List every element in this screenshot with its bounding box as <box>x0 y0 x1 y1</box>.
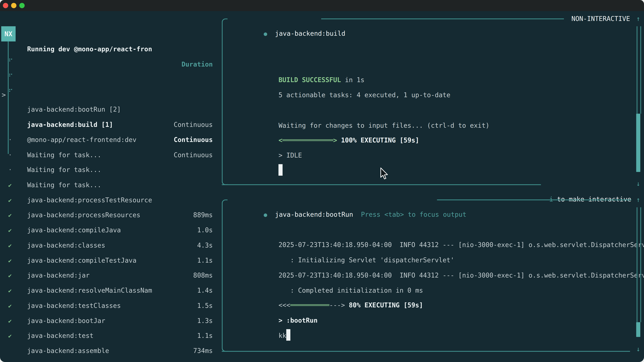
task-status-icon: ⠋ <box>8 69 13 84</box>
sidebar-header: Running dev @mono-app/react-fron Duratio… <box>0 27 222 42</box>
task-row[interactable]: ✔ java-backend:bootJar 1.1s <box>0 283 222 298</box>
focus-output-hint: Press <tab> to focus output <box>361 211 466 219</box>
window-titlebar[interactable] <box>0 0 644 11</box>
bootrun-scrollbar-thumb[interactable] <box>636 322 640 337</box>
task-row[interactable]: ✔ java-backend:jar 1.4s <box>0 238 222 253</box>
sidebar-footer: ← 1/2 → quit: q help: ? <box>0 344 222 359</box>
task-row[interactable]: ✔ java-backend:assemble 774ms <box>0 313 222 329</box>
check-icon: ✔ <box>8 329 12 344</box>
task-row[interactable]: > ⠋ java-backend:build [1] Continuous <box>0 72 222 87</box>
task-duration: Continuous <box>174 148 213 163</box>
text-segment: 5 actionable tasks: 4 executed, 1 up-to-… <box>278 91 450 99</box>
terminal-body: NX Running dev @mono-app/react-fron Dura… <box>0 11 644 362</box>
build-scrollbar-track[interactable] <box>636 26 641 114</box>
bootrun-pane-border <box>222 199 228 352</box>
task-row[interactable]: ⠋ java-backend:bootRun [2] Continuous <box>0 57 222 72</box>
terminal-line: : Completed initialization in 0 ms <box>232 268 423 283</box>
build-scrollbar-thumb[interactable] <box>636 114 640 172</box>
task-row[interactable]: ✔ java-backend:resolveMainClassNam 1.5s <box>0 253 222 268</box>
text-segment: 100% EXECUTING [59s] <box>337 136 419 144</box>
terminal-line: 2025-07-23T13:40:18.950-04:00 INFO 44312… <box>232 253 644 268</box>
task-row[interactable]: ✔ java-backend:compileTestJava 808ms <box>0 223 222 238</box>
build-pane-badge: NON-INTERACTIVE <box>572 11 630 26</box>
task-row[interactable]: ✔ java-backend:testClasses 1.3s <box>0 268 222 283</box>
task-row[interactable]: · Waiting for task... <box>0 117 222 133</box>
terminal-line <box>232 88 278 103</box>
build-pane-title: java-backend:build <box>275 30 345 37</box>
task-row[interactable]: · Waiting for task... <box>0 102 222 117</box>
mouse-cursor-icon <box>380 167 388 180</box>
pane-bullet-icon: ● <box>264 30 267 37</box>
scroll-down-icon[interactable]: ↓ <box>634 342 643 357</box>
task-row[interactable]: ✔ java-backend:processTestResource 889ms <box>0 163 222 178</box>
terminal-line: : Initializing Servlet 'dispatcherServle… <box>232 238 454 253</box>
terminal-line: kk <box>232 313 290 328</box>
terminal-line: > :bootRun <box>232 298 318 313</box>
task-row[interactable]: ✔ java-backend:classes 1.1s <box>0 208 222 223</box>
scroll-up-icon[interactable]: ↑ <box>634 11 643 26</box>
text-segment: ---> <box>330 301 345 309</box>
text-cursor <box>286 329 290 341</box>
scroll-down-icon[interactable]: ↓ <box>634 176 643 191</box>
terminal-line: 2025-07-23T13:40:18.950-04:00 INFO 44312… <box>232 223 644 238</box>
minimize-button[interactable] <box>11 3 16 8</box>
terminal-line: Waiting for changes to input files... (c… <box>232 103 489 118</box>
scroll-up-icon[interactable]: ↑ <box>634 192 643 207</box>
build-pane-footer-line <box>222 184 541 185</box>
build-pane-border <box>222 18 228 185</box>
task-row[interactable]: ✔ java-backend:test 734ms <box>0 298 222 313</box>
sidebar-title: Running dev @mono-app/react-fron <box>27 42 152 57</box>
close-button[interactable] <box>3 3 8 8</box>
task-status-icon: ⠋ <box>8 84 13 99</box>
task-row[interactable]: ✔ java-backend:processResources 1.0s <box>0 178 222 193</box>
pane-bullet-icon: ● <box>264 212 267 218</box>
terminal-line <box>232 148 282 163</box>
terminal-line: BUILD SUCCESSFUL in 1s <box>232 58 364 73</box>
terminal-line: > IDLE <box>232 133 302 148</box>
task-row[interactable]: ✔ java-backend:compileJava 4.3s <box>0 193 222 208</box>
task-duration: 1.1s <box>197 329 213 344</box>
task-row[interactable]: · Waiting for task... <box>0 133 222 148</box>
bootrun-pane-header: ● java-backend:bootRun Press <tab> to fo… <box>232 192 466 207</box>
app-window: NX Running dev @mono-app/react-fron Dura… <box>0 0 644 362</box>
task-status-icon: ⠋ <box>8 54 13 69</box>
build-pane-header-line <box>321 18 564 19</box>
text-segment: 80% EXECUTING [59s] <box>345 301 423 309</box>
bootrun-pane-title: java-backend:bootRun <box>275 211 353 219</box>
text-cursor <box>278 164 282 176</box>
zoom-button[interactable] <box>19 3 25 8</box>
interactive-hint: i to make interactive <box>518 177 631 192</box>
bootrun-scrollbar-track[interactable] <box>636 207 641 322</box>
text-segment: kk <box>278 332 286 339</box>
terminal-line: <═════════════> 100% EXECUTING [59s] <box>232 118 419 133</box>
terminal-line: <<<══════════---> 80% EXECUTING [59s] <box>232 283 423 298</box>
bootrun-pane-footer-line <box>222 351 630 352</box>
build-pane-header: ● java-backend:build <box>232 11 345 26</box>
task-duration: 774ms <box>193 359 213 362</box>
task-row[interactable]: ⠋ @mono-app/react-frontend:dev Continuou… <box>0 87 222 102</box>
terminal-line: 5 actionable tasks: 4 executed, 1 up-to-… <box>232 73 450 88</box>
